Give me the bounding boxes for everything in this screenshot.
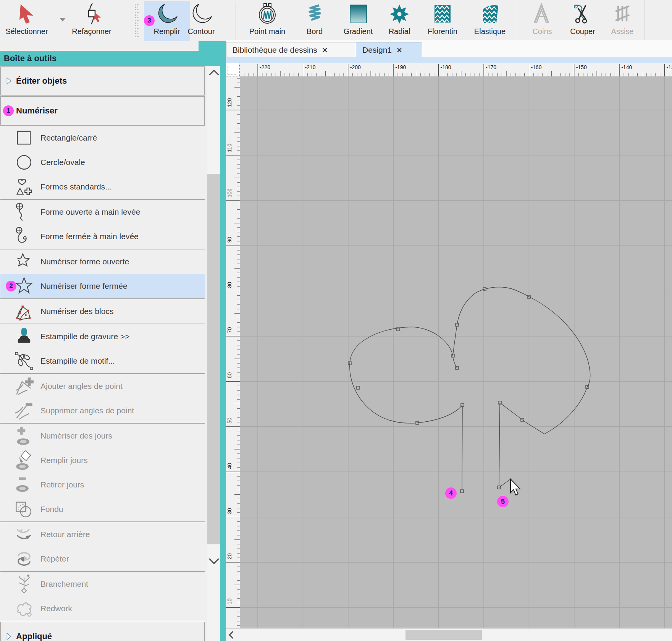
sidebar-item-estampille-de-gravure-[interactable]: Estampille de gravure >> — [0, 324, 205, 349]
sidebar-item-label: Forme fermée à main levée — [40, 232, 139, 241]
sidebar-item-num-riser-forme-ferm-e[interactable]: Numériser forme fermée2 — [0, 274, 205, 298]
scroll-left-button[interactable] — [227, 630, 238, 640]
vertical-ruler-ticks: 120110100908070605040302010 — [226, 76, 240, 628]
sidebar-item-num-riser-forme-ouverte[interactable]: Numériser forme ouverte — [0, 249, 205, 274]
sidebar-item-label: Forme ouverte à main levée — [40, 207, 140, 217]
svg-text:-150: -150 — [576, 64, 587, 70]
digi-blocks-icon — [14, 301, 34, 321]
scroll-up-icon[interactable] — [209, 70, 219, 80]
sidebar-item-num-riser-des-blocs[interactable]: Numériser des blocs — [0, 299, 205, 324]
tutorial-step-badge-3: 3 — [144, 15, 155, 26]
design-outline-path — [499, 403, 500, 486]
toolbar-separator — [516, 2, 516, 40]
elastic-pattern-icon — [479, 3, 501, 24]
toolbar-button-handstitch[interactable]: Point main — [239, 1, 296, 41]
svg-text:-200: -200 — [350, 64, 361, 70]
sidebar-item-forme-ferm-e-main-lev-e[interactable]: Forme fermée à main levée — [0, 224, 205, 249]
svg-text:100: 100 — [226, 188, 233, 197]
svg-text:-180: -180 — [441, 64, 451, 70]
free-open-icon — [14, 202, 34, 222]
sidebar-section-num-riser[interactable]: Numériser1 — [0, 96, 205, 125]
sidebar-item-estampille-de-motif-[interactable]: Estampille de motif... — [0, 349, 205, 373]
sidebar-item-rectangle-carr-[interactable]: Rectangle/carré — [0, 126, 205, 150]
sidebar-item-redwork: Redwork — [0, 596, 205, 621]
toolbar-drag-handle[interactable] — [134, 3, 139, 38]
toolbar-button-elastic[interactable]: Elastique — [465, 1, 515, 41]
section-label: Numériser — [16, 106, 58, 116]
circle-icon — [14, 152, 34, 172]
tab-close-icon[interactable]: ✕ — [396, 46, 402, 55]
stamp-motif-icon — [14, 351, 34, 371]
backtrack-icon — [14, 524, 34, 544]
hoop-icon — [257, 3, 278, 24]
sidebar-section--diter-objets[interactable]: Éditer objets — [0, 66, 205, 96]
section-label: Éditer objets — [16, 76, 67, 86]
scroll-down-icon[interactable] — [209, 554, 219, 564]
svg-text:-160: -160 — [531, 64, 541, 70]
svg-text:90: 90 — [226, 236, 233, 243]
sidebar-scrollbar-thumb[interactable] — [207, 174, 220, 544]
hole-digi-icon — [14, 426, 34, 446]
toolbar-button-edge[interactable]: Bord — [297, 1, 332, 41]
reshape-icon — [81, 3, 102, 24]
sidebar-section-appliqu-[interactable]: Appliqué — [0, 622, 205, 641]
design-outline-path — [453, 325, 457, 356]
corners-icon — [531, 3, 553, 24]
tab-design1[interactable]: Design1 ✕ — [356, 42, 422, 58]
svg-text:40: 40 — [226, 463, 233, 469]
sidebar-item-label: Remplir jours — [40, 456, 88, 465]
toolbox-title: Boîte à outils — [0, 53, 57, 63]
canvas-horizontal-scrollbar[interactable] — [226, 628, 672, 641]
canvas-scrollbar-thumb[interactable] — [405, 630, 482, 640]
chevron-right-icon[interactable] — [5, 632, 13, 641]
contour-crescent-icon — [191, 3, 212, 24]
svg-text:20: 20 — [226, 553, 233, 559]
design-canvas[interactable]: 45 — [240, 76, 672, 628]
vertical-ruler: 120110100908070605040302010 — [226, 76, 240, 628]
stamp-engrave-icon — [14, 327, 34, 346]
svg-text:30: 30 — [226, 508, 233, 514]
underlay-lattice-icon — [612, 3, 633, 24]
tab-close-icon[interactable]: ✕ — [322, 46, 328, 55]
toolbar-button-outline[interactable]: Contour — [178, 1, 224, 41]
chevron-right-icon[interactable] — [5, 77, 13, 85]
toolbar-label-corners: Coins — [523, 27, 561, 36]
toolbar-button-select[interactable]: Sélectionner — [0, 1, 55, 41]
toolbar-button-reshape[interactable]: Refaçonner — [63, 1, 120, 41]
sidebar-item-cercle-ovale[interactable]: Cercle/ovale — [0, 150, 205, 175]
svg-text:-210: -210 — [305, 64, 315, 70]
sidebar-item-label: Formes standards... — [40, 182, 112, 191]
svg-text:70: 70 — [226, 327, 233, 333]
sidebar-item-forme-ouverte-main-lev-e[interactable]: Forme ouverte à main levée — [0, 200, 205, 224]
design-outline-path — [462, 406, 462, 490]
sidebar-item-label: Retirer jours — [40, 480, 84, 489]
tab-biblioth-que-de-dessins[interactable]: Bibliothèque de dessins ✕ — [226, 42, 368, 58]
toolbar-label-gradient: Gradient — [335, 27, 381, 36]
mouse-cursor-icon — [510, 479, 520, 495]
sidebar-item-formes-standards-[interactable]: Formes standards... — [0, 175, 205, 199]
redwork-icon — [14, 599, 34, 618]
ruler-corner-button[interactable] — [226, 63, 240, 76]
sidebar-item-label: Répéter — [40, 554, 69, 563]
tutorial-step-badge-5: 5 — [497, 496, 509, 507]
sidebar-item-label: Numériser des jours — [40, 431, 112, 440]
sidebar-item-retour-arri-re: Retour arrière — [0, 522, 205, 547]
free-closed-icon — [14, 227, 34, 246]
digitize-node — [357, 386, 360, 389]
svg-text:-220: -220 — [260, 64, 270, 70]
toolbar-button-gradient[interactable]: Gradient — [335, 1, 381, 41]
tab-label: Design1 — [362, 45, 392, 55]
tutorial-step-badge-2: 2 — [6, 281, 16, 291]
application-window: { "colors":{"accent_teal":"#53c4c4","ico… — [0, 0, 672, 641]
sidebar-item-fondu: Fondu — [0, 497, 205, 521]
gradient-square-icon — [347, 3, 369, 24]
toolbar-button-radial[interactable]: Radial — [380, 1, 418, 41]
sidebar-item-label: Ajouter angles de point — [40, 382, 123, 391]
sidebar-item-label: Retour arrière — [40, 530, 90, 539]
corner-del-icon — [14, 401, 34, 421]
sidebar-scrollbar[interactable] — [207, 66, 220, 641]
toolbar-button-florentine[interactable]: Florentin — [420, 1, 465, 41]
digitize-node — [460, 490, 464, 493]
sidebar-item-r-p-ter: Répéter — [0, 547, 205, 571]
toolbar-button-cut[interactable]: Couper — [562, 1, 604, 41]
